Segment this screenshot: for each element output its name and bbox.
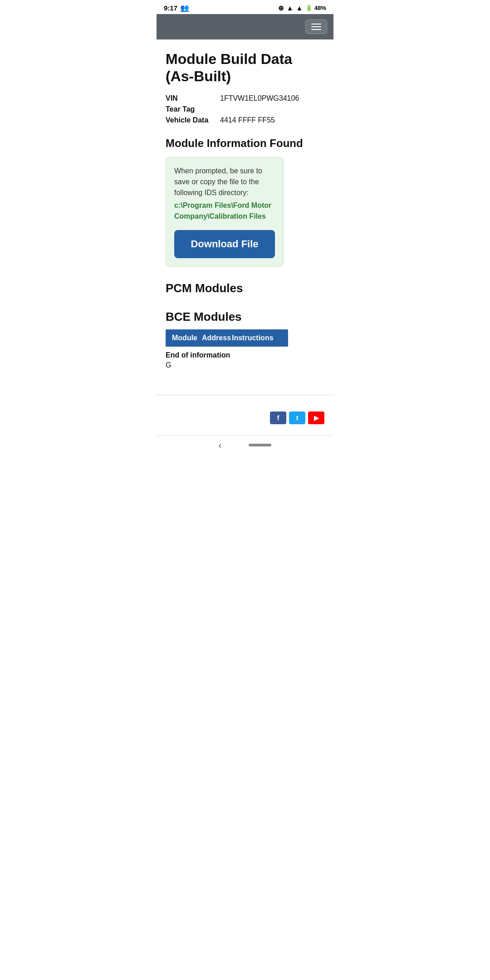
main-content: Module Build Data (As-Built) VIN 1FTVW1E… <box>157 39 333 386</box>
hamburger-line-2 <box>311 26 321 27</box>
info-box-text: When prompted, be sure to save or copy t… <box>174 166 275 198</box>
vin-label: VIN <box>166 94 220 103</box>
end-of-info-label: End of information <box>166 351 324 359</box>
vehicle-data-value: 4414 FFFF FF55 <box>220 116 275 124</box>
footer: f t ▶ <box>157 404 333 435</box>
bce-modules-heading: BCE Modules <box>166 310 324 324</box>
youtube-icon[interactable]: ▶ <box>308 412 324 424</box>
back-button[interactable]: ‹ <box>219 440 222 451</box>
footer-divider <box>157 395 333 395</box>
download-file-button[interactable]: Download File <box>174 230 275 258</box>
tear-tag-label: Tear Tag <box>166 105 220 113</box>
hamburger-menu-button[interactable] <box>305 20 327 34</box>
pcm-modules-heading: PCM Modules <box>166 281 324 295</box>
status-bar: 9:17 👥 ⊕ ▲ ▲ 🔋 48% <box>157 0 333 14</box>
vehicle-data-row: Vehicle Data 4414 FFFF FF55 <box>166 116 324 124</box>
nav-bar <box>157 14 333 39</box>
bottom-nav: ‹ <box>157 435 333 458</box>
tear-tag-row: Tear Tag <box>166 105 324 113</box>
page-title: Module Build Data (As-Built) <box>166 50 324 85</box>
location-icon: ⊕ <box>278 4 284 12</box>
signal-icon: ▲ <box>296 4 303 12</box>
people-icon: 👥 <box>180 4 189 12</box>
home-pill[interactable] <box>249 444 271 446</box>
wifi-icon: ▲ <box>287 4 294 12</box>
status-left: 9:17 👥 <box>164 4 189 12</box>
table-col-instructions: Instructions <box>232 334 282 342</box>
vehicle-data-label: Vehicle Data <box>166 116 220 124</box>
time-display: 9:17 <box>164 4 177 12</box>
end-of-info-value: G <box>166 361 324 369</box>
table-col-address: Address <box>202 334 232 342</box>
info-box: When prompted, be sure to save or copy t… <box>166 157 284 267</box>
info-box-path: c:\Program Files\Ford Motor Company\Cali… <box>174 200 275 222</box>
battery-display: 🔋 48% <box>305 5 326 11</box>
vin-value: 1FTVW1EL0PWG34106 <box>220 94 299 103</box>
vin-row: VIN 1FTVW1EL0PWG34106 <box>166 94 324 103</box>
table-col-module: Module <box>172 334 202 342</box>
hamburger-line-1 <box>311 24 321 24</box>
bce-table-header: Module Address Instructions <box>166 329 288 347</box>
module-info-heading: Module Information Found <box>166 137 324 150</box>
twitter-icon[interactable]: t <box>289 412 305 424</box>
status-right: ⊕ ▲ ▲ 🔋 48% <box>278 4 326 12</box>
hamburger-line-3 <box>311 29 321 30</box>
facebook-icon[interactable]: f <box>270 412 286 424</box>
